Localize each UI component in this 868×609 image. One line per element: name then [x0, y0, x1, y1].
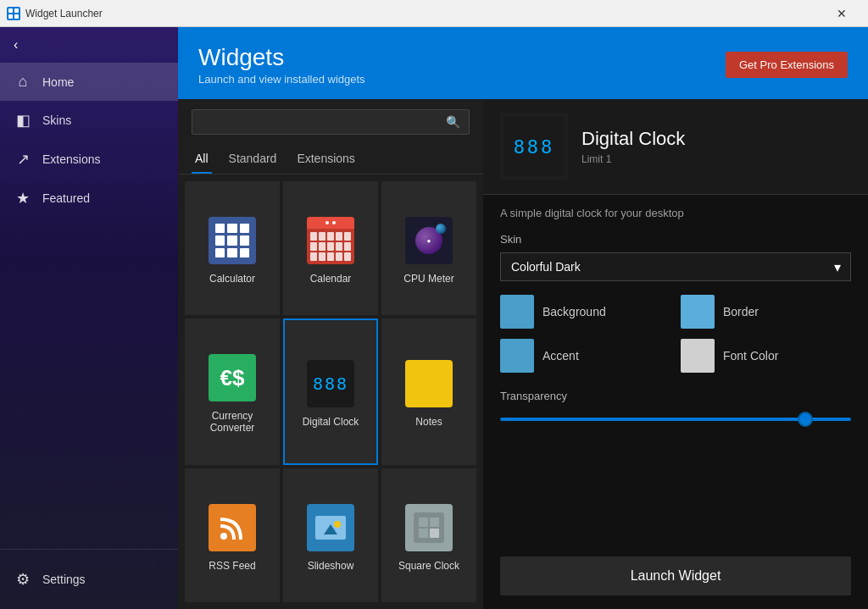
widget-item-cpu-meter[interactable]: ● CPU Meter: [381, 181, 476, 315]
search-input-wrap: 🔍: [192, 109, 470, 135]
content-split: 🔍 All Standard Extensions: [178, 99, 868, 609]
widget-item-notes[interactable]: Notes: [381, 318, 476, 464]
widget-item-square-clock[interactable]: Square Clock: [381, 468, 476, 602]
details-limit: Limit 1: [581, 153, 851, 165]
sidebar-item-home[interactable]: ⌂ Home: [0, 63, 178, 101]
details-panel: 888 Digital Clock Limit 1 A simple digit…: [483, 99, 868, 609]
slideshow-label: Slideshow: [308, 560, 354, 572]
calendar-label: Calendar: [310, 273, 352, 285]
featured-icon: ★: [14, 189, 32, 208]
color-item-border[interactable]: Border: [681, 295, 851, 329]
details-widget-title: Digital Clock: [581, 128, 851, 150]
back-button[interactable]: ‹: [0, 27, 178, 63]
skin-select-wrap: Colorful Dark Classic Minimal Neon ▾: [500, 252, 851, 281]
widget-item-digital-clock[interactable]: 888 Digital Clock: [283, 318, 378, 464]
sidebar-item-label-home: Home: [42, 75, 74, 89]
svg-point-4: [220, 533, 227, 540]
sidebar-item-settings[interactable]: ⚙ Settings: [14, 563, 164, 595]
svg-rect-10: [430, 518, 439, 527]
transparency-label: Transparency: [500, 390, 851, 402]
tab-extensions[interactable]: Extensions: [293, 145, 358, 174]
calendar-icon: [305, 215, 356, 266]
settings-icon: ⚙: [14, 570, 32, 589]
title-bar: Widget Launcher ✕: [0, 0, 868, 27]
close-button[interactable]: ✕: [822, 0, 861, 27]
accent-color-label: Accent: [542, 349, 579, 363]
sidebar-item-label-skins: Skins: [42, 113, 71, 127]
preview-digital-clock-display: 888: [504, 117, 564, 176]
cpu-meter-icon: ●: [403, 215, 454, 266]
search-bar: 🔍: [178, 99, 483, 145]
notes-label: Notes: [415, 416, 442, 428]
sidebar-item-skins[interactable]: ◧ Skins: [0, 101, 178, 140]
get-pro-button[interactable]: Get Pro Extensions: [726, 52, 848, 78]
extensions-icon: ↗: [14, 150, 32, 169]
currency-converter-label: CurrencyConverter: [210, 410, 255, 434]
sidebar-item-label-extensions: Extensions: [42, 152, 100, 166]
skin-select[interactable]: Colorful Dark Classic Minimal Neon: [500, 252, 851, 281]
color-item-font-color[interactable]: Font Color: [681, 339, 851, 373]
border-swatch: [681, 295, 715, 329]
svg-rect-3: [14, 14, 19, 19]
svg-rect-12: [430, 529, 439, 538]
back-icon: ‹: [14, 37, 18, 53]
slider-thumb[interactable]: [798, 412, 813, 427]
color-item-background[interactable]: Background: [500, 295, 670, 329]
skins-icon: ◧: [14, 111, 32, 130]
details-description: A simple digital clock for your desktop: [483, 195, 868, 226]
widget-grid: Calculator: [178, 174, 483, 609]
sidebar-item-featured[interactable]: ★ Featured: [0, 179, 178, 218]
tabs: All Standard Extensions: [178, 145, 483, 174]
svg-rect-1: [14, 8, 19, 13]
svg-rect-0: [8, 8, 13, 13]
sidebar: ‹ ⌂ Home ◧ Skins ↗ Extensions ★ Featured…: [0, 27, 178, 609]
widget-item-currency-converter[interactable]: €$ CurrencyConverter: [185, 318, 280, 464]
background-color-label: Background: [542, 305, 606, 318]
digital-clock-label: Digital Clock: [303, 416, 359, 428]
digital-clock-icon: 888: [305, 358, 356, 409]
home-icon: ⌂: [14, 73, 32, 91]
main-content: Widgets Launch and view installed widget…: [178, 27, 868, 609]
widget-item-calendar[interactable]: Calendar: [283, 181, 378, 315]
launch-widget-button[interactable]: Launch Widget: [500, 556, 851, 595]
widget-list-panel: 🔍 All Standard Extensions: [178, 99, 483, 609]
widget-item-slideshow[interactable]: Slideshow: [283, 468, 378, 602]
sidebar-settings-label: Settings: [42, 573, 86, 586]
notes-icon: [403, 358, 454, 409]
app-icon: [7, 7, 20, 20]
sidebar-bottom: ⚙ Settings: [0, 549, 178, 609]
details-body: Skin Colorful Dark Classic Minimal Neon …: [483, 226, 868, 543]
square-clock-label: Square Clock: [398, 560, 459, 572]
font-color-swatch: [681, 339, 715, 373]
calculator-icon: [207, 215, 258, 266]
sidebar-item-extensions[interactable]: ↗ Extensions: [0, 140, 178, 179]
title-bar-text: Widget Launcher: [25, 8, 822, 19]
transparency-slider[interactable]: [500, 411, 851, 428]
color-item-accent[interactable]: Accent: [500, 339, 670, 373]
tab-all[interactable]: All: [192, 145, 212, 174]
svg-point-7: [334, 521, 341, 528]
sidebar-nav: ⌂ Home ◧ Skins ↗ Extensions ★ Featured: [0, 63, 178, 549]
slideshow-icon: [305, 502, 356, 553]
app-container: ‹ ⌂ Home ◧ Skins ↗ Extensions ★ Featured…: [0, 27, 868, 609]
rss-feed-label: RSS Feed: [209, 560, 255, 572]
widget-preview: 888: [500, 113, 568, 180]
launch-button-wrap: Launch Widget: [483, 543, 868, 609]
search-input[interactable]: [192, 111, 437, 134]
tab-standard[interactable]: Standard: [225, 145, 281, 174]
header: Widgets Launch and view installed widget…: [178, 27, 868, 99]
widget-item-calculator[interactable]: Calculator: [185, 181, 280, 315]
font-color-label: Font Color: [723, 349, 778, 363]
square-clock-icon: [403, 502, 454, 553]
widget-item-rss-feed[interactable]: RSS Feed: [185, 468, 280, 602]
color-grid: Background Border Accent Font Color: [500, 295, 851, 373]
header-text: Widgets Launch and view installed widget…: [198, 44, 365, 86]
background-swatch: [500, 295, 534, 329]
svg-rect-2: [8, 14, 13, 19]
sidebar-item-label-featured: Featured: [42, 191, 90, 205]
svg-rect-11: [419, 529, 428, 538]
details-header: 888 Digital Clock Limit 1: [483, 99, 868, 195]
calculator-label: Calculator: [209, 273, 255, 285]
rss-feed-icon: [207, 502, 258, 553]
skin-label: Skin: [500, 233, 851, 246]
